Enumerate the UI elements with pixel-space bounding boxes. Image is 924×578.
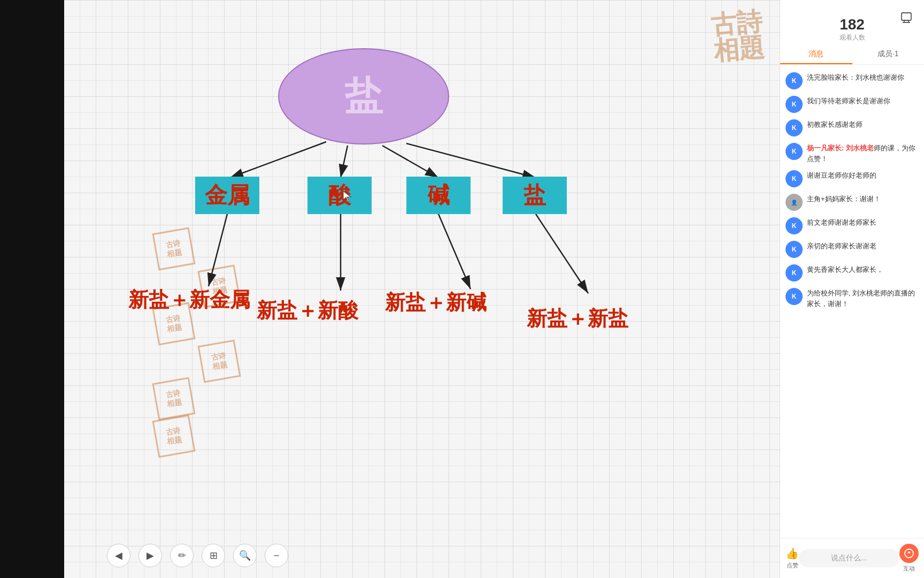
avatar: K bbox=[786, 143, 803, 160]
zoom-button[interactable]: 🔍 bbox=[233, 544, 257, 567]
avatar: K bbox=[786, 72, 803, 89]
category-base-label: 碱 bbox=[427, 180, 450, 210]
chat-item: K 为给校外同学, 刘水桃老师的直播的家长，谢谢！ bbox=[780, 285, 924, 312]
category-acid-label: 酸 bbox=[328, 180, 351, 210]
svg-line-5 bbox=[209, 214, 227, 286]
tab-chat[interactable]: 消息 bbox=[780, 45, 852, 64]
chat-list: K 洗完脸啦家长：刘水桃也谢谢你 K 我们等待老师家长是谢谢你 K 初教家长感谢… bbox=[780, 65, 924, 538]
result-metal: 新盐＋新金属 bbox=[128, 286, 250, 314]
left-bar bbox=[0, 0, 64, 578]
sidebar-tabs: 消息 成员·1 bbox=[780, 45, 924, 65]
chat-message: 初教家长感谢老师 bbox=[807, 119, 919, 130]
avatar: K bbox=[786, 119, 803, 136]
interact-label: 互动 bbox=[903, 565, 915, 573]
like-icon: 👍 bbox=[786, 547, 799, 560]
avatar: K bbox=[786, 241, 803, 258]
svg-line-1 bbox=[230, 142, 326, 178]
interact-button[interactable]: 互动 bbox=[899, 544, 919, 573]
avatar: K bbox=[786, 288, 803, 305]
chat-item: K 前文老师谢谢老师家长 bbox=[780, 214, 924, 238]
svg-line-4 bbox=[406, 143, 536, 178]
category-salt2: 盐 bbox=[503, 177, 567, 214]
result-salt2: 新盐＋新盐 bbox=[527, 305, 628, 332]
chat-item: K 亲切的老师家长谢谢老 bbox=[780, 238, 924, 261]
like-label: 点赞 bbox=[787, 561, 798, 569]
category-metal: 金属 bbox=[195, 177, 259, 214]
viewer-label: 观看人数 bbox=[780, 33, 924, 42]
avatar: 👤 bbox=[786, 194, 803, 211]
center-node: 盐 bbox=[278, 48, 449, 144]
chat-item: K 洗完脸啦家长：刘水桃也谢谢你 bbox=[780, 69, 924, 93]
chat-item: K 谢谢豆老师你好老师的 bbox=[780, 167, 924, 191]
pen-button[interactable]: ✏ bbox=[170, 544, 194, 567]
next-button[interactable]: ▶ bbox=[138, 544, 162, 567]
avatar: K bbox=[786, 264, 803, 282]
svg-line-7 bbox=[438, 214, 471, 289]
svg-line-3 bbox=[382, 146, 438, 178]
avatar: K bbox=[786, 170, 803, 187]
category-salt2-label: 盐 bbox=[523, 180, 546, 210]
zoom-out-button[interactable]: − bbox=[265, 544, 288, 567]
prev-button[interactable]: ◀ bbox=[107, 544, 130, 567]
chat-message: 我们等待老师家长是谢谢你 bbox=[807, 96, 919, 107]
chat-input-area[interactable]: 说点什么... bbox=[799, 549, 899, 567]
chat-item: K 初教家长感谢老师 bbox=[780, 116, 924, 140]
chat-message: 杨一凡家长: 刘水桃老师的课，为你点赞！ bbox=[807, 143, 919, 164]
tab-members[interactable]: 成员·1 bbox=[852, 45, 925, 64]
chat-item: K 黄先香家长大人都家长， bbox=[780, 261, 924, 285]
share-button[interactable] bbox=[897, 8, 916, 27]
chat-message: 洗完脸啦家长：刘水桃也谢谢你 bbox=[807, 72, 919, 83]
center-node-label: 盐 bbox=[344, 71, 383, 122]
category-acid: 酸 bbox=[307, 177, 372, 214]
main-content: 古詩相題 古诗相题 古诗相题 古诗相题 古诗相题 古诗相题 古诗相题 bbox=[64, 0, 780, 578]
avatar: K bbox=[786, 96, 803, 113]
interact-icon bbox=[899, 544, 919, 563]
chat-message: 前文老师谢谢老师家长 bbox=[807, 217, 919, 228]
right-sidebar: 182 观看人数 消息 成员·1 K 洗完脸啦家长：刘水桃也谢谢你 K 我们等待… bbox=[780, 0, 924, 578]
chat-message: 谢谢豆老师你好老师的 bbox=[807, 170, 919, 181]
chat-message: 亲切的老师家长谢谢老 bbox=[807, 241, 919, 252]
result-acid: 新盐＋新酸 bbox=[257, 297, 358, 324]
chat-item: K 杨一凡家长: 刘水桃老师的课，为你点赞！ bbox=[780, 140, 924, 167]
avatar: K bbox=[786, 217, 803, 234]
sidebar-bottom: 👍 点赞 说点什么... 互动 bbox=[780, 538, 924, 578]
chat-message: 黄先香家长大人都家长， bbox=[807, 264, 919, 275]
category-base: 碱 bbox=[406, 177, 471, 214]
chat-message: 主角+妈妈家长：谢谢！ bbox=[807, 194, 919, 204]
chat-message: 为给校外同学, 刘水桃老师的直播的家长，谢谢！ bbox=[807, 288, 919, 309]
svg-line-8 bbox=[536, 214, 588, 293]
bottom-toolbar: ◀ ▶ ✏ ⊞ 🔍 − bbox=[107, 544, 288, 567]
svg-line-2 bbox=[341, 146, 348, 178]
chat-item: 👤 主角+妈妈家长：谢谢！ bbox=[780, 191, 924, 214]
svg-rect-10 bbox=[902, 13, 911, 20]
result-base: 新盐＋新碱 bbox=[385, 289, 487, 316]
chat-highlight: 杨一凡家长: 刘水桃老 bbox=[807, 144, 874, 152]
chat-item: K 我们等待老师家长是谢谢你 bbox=[780, 93, 924, 116]
like-button[interactable]: 👍 点赞 bbox=[786, 547, 799, 569]
category-metal-label: 金属 bbox=[205, 180, 250, 210]
chat-input-placeholder[interactable]: 说点什么... bbox=[799, 549, 899, 567]
screen-button[interactable]: ⊞ bbox=[202, 544, 225, 567]
